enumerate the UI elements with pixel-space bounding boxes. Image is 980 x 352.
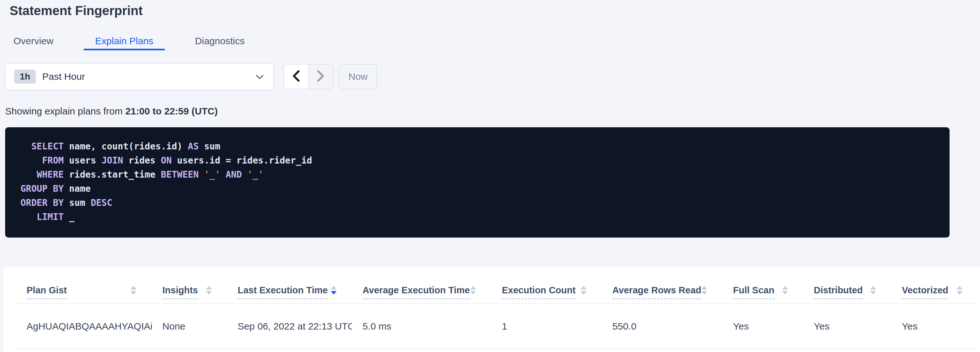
sort-desc-arrow [470,291,476,294]
chevron-down-icon [256,74,264,81]
sort-icon[interactable] [331,286,337,294]
tab-overview-label: Overview [13,35,54,46]
summary-range: 21:00 to 22:59 (UTC) [125,106,218,116]
next-time-button[interactable] [309,64,333,89]
prev-time-button[interactable] [284,64,309,89]
column-header-execution-count[interactable]: Execution Count [491,267,602,304]
sort-asc-arrow [782,286,788,290]
column-header-label: Average Rows Read [612,285,702,299]
page-title: Statement Fingerprint [10,3,970,19]
column-header-plan-gist[interactable]: Plan Gist [16,267,152,304]
sort-desc-arrow [702,291,707,294]
time-controls: 1h Past Hour Now [5,63,980,90]
now-button[interactable]: Now [339,64,377,89]
sort-asc-arrow [581,286,586,290]
column-header-distributed[interactable]: Distributed [803,267,891,304]
column-header-label: Last Execution Time [238,285,328,299]
page-header: Statement Fingerprint [0,0,980,19]
cell-insights: None [152,304,227,349]
time-range-badge: 1h [14,70,36,84]
table-header-row: Plan GistInsightsLast Execution TimeAver… [16,267,978,304]
tab-diagnostics-label: Diagnostics [195,35,245,46]
cell-plan-gist[interactable]: AgHUAQIABQAAAAHYAQIAiA... [16,304,152,349]
column-header-average-rows-read[interactable]: Average Rows Read [602,267,722,304]
sort-desc-arrow [870,291,876,294]
column-header-full-scan[interactable]: Full Scan [722,267,803,304]
sort-desc-arrow [957,291,963,294]
cell-vectorized: Yes [891,304,978,349]
summary-prefix: Showing explain plans from [5,106,125,116]
table-row[interactable]: AgHUAQIABQAAAAHYAQIAiA...NoneSep 06, 202… [16,304,978,349]
sort-desc-arrow [782,291,788,294]
time-range-label: Past Hour [42,71,85,82]
sort-icon[interactable] [702,286,707,294]
cell-average-execution-time: 5.0 ms [352,304,491,349]
tab-explain-plans-label: Explain Plans [95,35,153,46]
tab-bar: Overview Explain Plans Diagnostics [0,32,980,50]
time-nav-group [284,64,333,89]
tab-explain-plans[interactable]: Explain Plans [84,32,165,50]
cell-full-scan: Yes [722,304,803,349]
sort-icon[interactable] [206,286,212,294]
column-header-label: Plan Gist [27,285,67,299]
section-divider [5,261,950,261]
cell-execution-count: 1 [491,304,602,349]
column-header-average-execution-time[interactable]: Average Execution Time [352,267,491,304]
tab-overview[interactable]: Overview [2,32,65,50]
cell-last-execution-time: Sep 06, 2022 at 22:13 UTC [227,304,352,349]
cell-distributed: Yes [803,304,891,349]
column-header-vectorized[interactable]: Vectorized [891,267,978,304]
explain-plans-table-card: Plan GistInsightsLast Execution TimeAver… [3,267,980,352]
column-header-label: Full Scan [733,285,775,299]
sort-asc-arrow [870,286,876,290]
table-body: AgHUAQIABQAAAAHYAQIAiA...NoneSep 06, 202… [16,304,978,349]
time-range-summary: Showing explain plans from 21:00 to 22:5… [5,106,980,117]
sort-icon[interactable] [581,286,586,294]
sort-icon[interactable] [870,286,876,294]
column-header-label: Distributed [814,285,863,299]
time-range-dropdown[interactable]: 1h Past Hour [5,63,274,90]
sort-icon[interactable] [470,286,476,294]
sort-icon[interactable] [957,286,963,294]
sort-asc-arrow [702,286,707,290]
column-header-label: Vectorized [902,285,948,299]
column-header-last-execution-time[interactable]: Last Execution Time [227,267,352,304]
sort-asc-arrow [470,286,476,290]
sort-asc-arrow [130,286,137,290]
sort-asc-arrow [206,286,212,290]
chevron-left-icon [292,70,301,84]
sql-statement: SELECT name, count(rides.id) AS sum FROM… [21,139,934,224]
chevron-right-icon [317,70,325,84]
column-header-label: Average Execution Time [363,285,470,299]
sort-desc-arrow [130,291,137,294]
cell-average-rows-read: 550.0 [602,304,722,349]
sort-desc-arrow [331,291,337,294]
sort-icon[interactable] [782,286,788,294]
sort-icon[interactable] [130,286,137,294]
column-header-label: Insights [162,285,198,299]
sort-desc-arrow [581,291,586,294]
tab-diagnostics[interactable]: Diagnostics [183,32,256,50]
sql-code-block: SELECT name, count(rides.id) AS sum FROM… [5,127,950,238]
sort-asc-arrow [957,286,963,290]
column-header-insights[interactable]: Insights [152,267,227,304]
column-header-label: Execution Count [502,285,576,299]
sort-desc-arrow [206,291,212,294]
sort-asc-arrow [331,286,337,290]
